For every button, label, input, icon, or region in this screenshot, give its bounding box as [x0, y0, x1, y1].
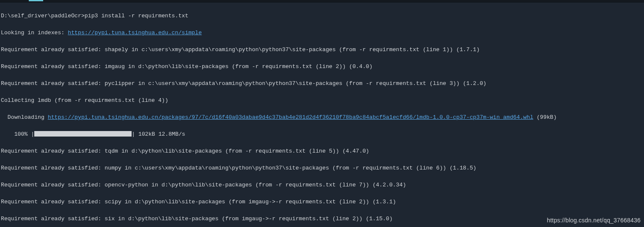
req-text: shapely in c:\users\xmy\appdata\roaming\…	[105, 46, 479, 53]
req-text: imgaug in d:\python\lib\site-packages (f…	[105, 63, 372, 70]
req-prefix: Requirement already satisfied:	[1, 80, 105, 87]
req-prefix: Requirement already satisfied:	[1, 199, 105, 205]
req-prefix: Requirement already satisfied:	[1, 63, 105, 70]
download-size: (99kB)	[533, 114, 556, 120]
req-line: Requirement already satisfied: six in d:…	[1, 215, 642, 223]
req-prefix: Requirement already satisfied:	[1, 165, 105, 171]
req-line: Requirement already satisfied: opencv-py…	[1, 181, 642, 189]
req-text: pyclipper in c:\users\xmy\appdata\roamin…	[105, 80, 486, 87]
prompt-line: D:\self_driver\paddleOcr>pip3 install -r…	[1, 12, 642, 20]
req-text: tqdm in d:\python\lib\site-packages (fro…	[105, 148, 369, 154]
index-prefix: Looking in indexes:	[1, 30, 68, 36]
prompt-command: pip3 install -r requirments.txt	[85, 13, 188, 19]
req-prefix: Requirement already satisfied:	[1, 182, 105, 188]
download-url-link[interactable]: https://pypi.tuna.tsinghua.edu.cn/packag…	[48, 114, 534, 120]
req-line: Requirement already satisfied: numpy in …	[1, 164, 642, 172]
req-line: Requirement already satisfied: shapely i…	[1, 46, 642, 54]
progress-line: 100% || 102kB 12.8MB/s	[1, 130, 642, 139]
req-text: scipy in d:\python\lib\site-packages (fr…	[105, 199, 396, 205]
index-line: Looking in indexes: https://pypi.tuna.ts…	[1, 29, 642, 37]
terminal-output[interactable]: D:\self_driver\paddleOcr>pip3 install -r…	[0, 3, 644, 227]
req-prefix: Requirement already satisfied:	[1, 216, 105, 222]
progress-bar	[34, 131, 132, 137]
editor-tabbar	[0, 0, 644, 3]
req-text: six in d:\python\lib\site-packages (from…	[105, 216, 393, 222]
active-tab-indicator	[29, 0, 43, 1]
prompt-path: D:\self_driver\paddleOcr>	[1, 13, 85, 19]
req-text: numpy in c:\users\xmy\appdata\roaming\py…	[105, 165, 476, 171]
req-line: Requirement already satisfied: imgaug in…	[1, 63, 642, 71]
collect-line: Collecting lmdb (from -r requirments.txt…	[1, 96, 642, 105]
req-prefix: Requirement already satisfied:	[1, 46, 105, 53]
download-line: Downloading https://pypi.tuna.tsinghua.e…	[1, 113, 642, 122]
req-prefix: Requirement already satisfied:	[1, 148, 105, 154]
watermark-text: https://blog.csdn.net/qq_37668436	[547, 216, 641, 224]
req-line: Requirement already satisfied: tqdm in d…	[1, 147, 642, 156]
progress-left: 100% |	[1, 131, 34, 137]
req-text: opencv-python in d:\python\lib\site-pack…	[105, 182, 406, 188]
index-url-link[interactable]: https://pypi.tuna.tsinghua.edu.cn/simple	[68, 30, 202, 36]
progress-right: | 102kB 12.8MB/s	[132, 131, 185, 137]
download-prefix: Downloading	[1, 114, 48, 120]
req-line: Requirement already satisfied: scipy in …	[1, 198, 642, 206]
req-line: Requirement already satisfied: pyclipper…	[1, 79, 642, 88]
